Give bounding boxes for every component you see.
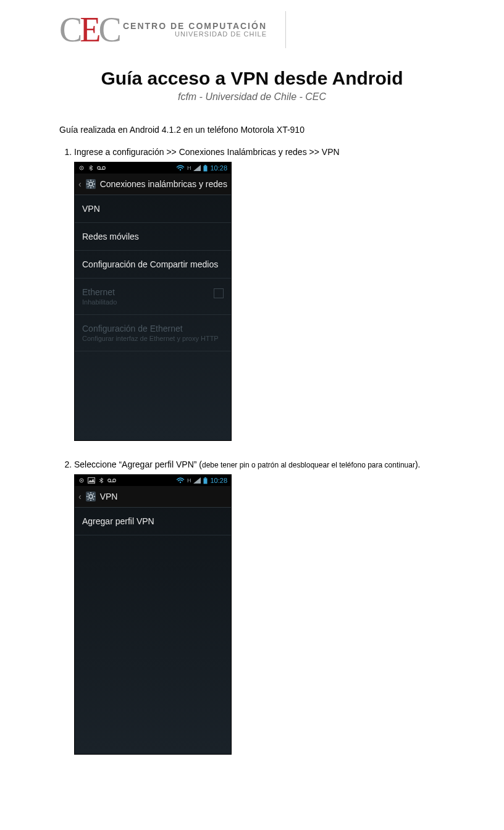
logo-text: CENTRO DE COMPUTACIÓN UNIVERSIDAD DE CHI…	[123, 22, 267, 38]
svg-point-24	[180, 482, 181, 483]
menu-item-vpn[interactable]: VPN	[75, 195, 231, 223]
battery-icon	[203, 165, 208, 172]
step-2-text: Seleccione “Agregar perfil VPN” (debe te…	[74, 459, 432, 469]
screenshot-2: H 10:28 ‹ VPN	[74, 474, 232, 755]
step-2: Seleccione “Agregar perfil VPN” (debe te…	[74, 459, 432, 755]
gear-icon	[85, 491, 96, 502]
svg-line-16	[88, 187, 89, 188]
svg-line-17	[93, 181, 94, 182]
menu-item-compartir-medios[interactable]: Configuración de Compartir medios	[75, 251, 231, 279]
svg-line-15	[93, 187, 94, 188]
status-bar: H 10:28	[75, 162, 231, 174]
bt-icon	[88, 165, 94, 171]
wifi-icon	[176, 165, 185, 171]
status-bar: H 10:28	[75, 475, 231, 486]
svg-point-3	[103, 167, 106, 170]
battery-icon	[203, 477, 208, 484]
svg-rect-25	[204, 478, 208, 484]
page-title: Guía acceso a VPN desde Android	[0, 68, 504, 89]
settings-menu: VPN Redes móviles Configuración de Compa…	[75, 195, 231, 351]
status-time: 10:28	[210, 164, 227, 172]
menu-item-ethernet-config: Configuración de Ethernet Configurar int…	[75, 315, 231, 351]
signal-icon	[193, 165, 201, 171]
logo-header: CEC CENTRO DE COMPUTACIÓN UNIVERSIDAD DE…	[0, 0, 504, 53]
signal-icon	[193, 477, 201, 484]
title-bar[interactable]: ‹ VPN	[75, 486, 231, 508]
intro-text: Guía realizada en Android 4.1.2 en un te…	[59, 125, 504, 135]
bt-icon	[98, 477, 104, 484]
svg-rect-6	[204, 166, 208, 171]
screenshot-1: H 10:28 ‹ Conexiones i	[74, 162, 232, 441]
voicemail-icon	[107, 477, 116, 484]
logo-divider	[285, 11, 286, 48]
title-bar-text: Conexiones inalámbricas y redes	[100, 179, 227, 189]
gps-icon	[78, 165, 85, 171]
svg-line-34	[93, 499, 94, 500]
svg-line-33	[88, 493, 89, 495]
voicemail-icon	[97, 165, 106, 171]
svg-rect-26	[204, 477, 206, 479]
steps-list: Ingrese a configuración >> Conexiones In…	[74, 147, 504, 755]
logo-mark: CEC	[59, 12, 119, 47]
menu-item-agregar-perfil-vpn[interactable]: Agregar perfil VPN	[75, 508, 231, 535]
menu-item-ethernet: Ethernet Inhabilitado	[75, 279, 231, 315]
svg-rect-7	[204, 165, 206, 166]
status-time: 10:28	[210, 477, 227, 484]
back-icon[interactable]: ‹	[78, 492, 82, 501]
back-icon[interactable]: ‹	[78, 179, 82, 189]
h-indicator: H	[187, 477, 191, 484]
page-subtitle: fcfm - Universidad de Chile - CEC	[0, 91, 504, 103]
svg-line-14	[88, 181, 89, 182]
svg-point-2	[98, 167, 101, 170]
svg-point-1	[81, 167, 82, 169]
svg-point-22	[113, 479, 116, 482]
title-bar-text: VPN	[100, 492, 118, 501]
step-1-text: Ingrese a configuración >> Conexiones In…	[74, 147, 432, 157]
gps-icon	[78, 477, 85, 484]
wifi-icon	[176, 477, 185, 484]
title-bar[interactable]: ‹ Conexiones inalámbricas y redes	[75, 174, 231, 195]
svg-point-5	[180, 169, 181, 170]
image-icon	[88, 477, 95, 484]
checkbox-icon	[214, 288, 224, 298]
svg-point-21	[108, 479, 111, 482]
h-indicator: H	[187, 165, 191, 171]
gear-icon	[85, 178, 96, 190]
menu-item-redes-moviles[interactable]: Redes móviles	[75, 223, 231, 251]
step-1: Ingrese a configuración >> Conexiones In…	[74, 147, 432, 441]
vpn-menu: Agregar perfil VPN	[75, 508, 231, 535]
svg-line-36	[93, 493, 94, 495]
svg-line-35	[88, 499, 89, 500]
svg-point-19	[81, 480, 82, 481]
